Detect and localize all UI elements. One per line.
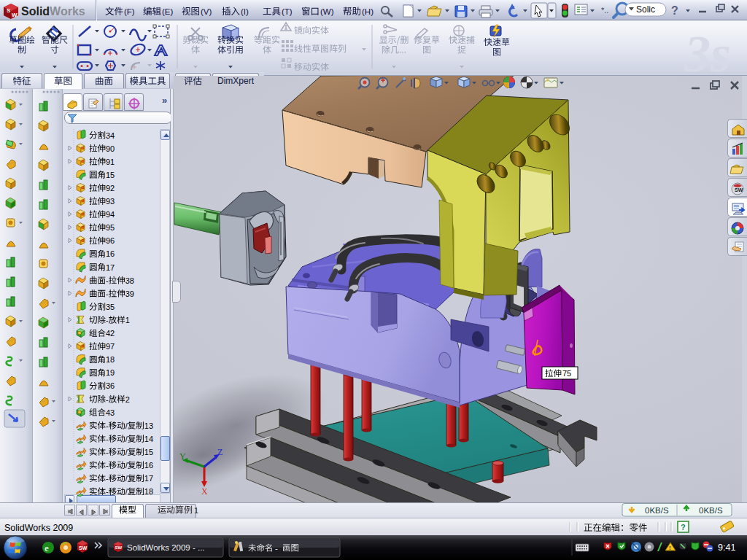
svg-text:/: /: [125, 421, 128, 430]
svg-text:18: 18: [144, 487, 153, 496]
svg-text:15: 15: [144, 448, 153, 456]
svg-text:39: 39: [125, 289, 134, 298]
svg-text:92: 92: [106, 184, 115, 192]
svg-text:1: 1: [125, 316, 130, 324]
svg-text:X: X: [201, 486, 208, 497]
svg-text:-: -: [275, 544, 278, 553]
svg-text:17: 17: [106, 263, 115, 272]
svg-text:!: !: [669, 545, 671, 551]
svg-text:38: 38: [125, 276, 134, 285]
svg-text:-: -: [106, 276, 109, 285]
svg-text:0KB/S: 0KB/S: [699, 506, 723, 515]
svg-text:-: -: [106, 487, 109, 496]
svg-text:3s: 3s: [684, 25, 731, 83]
svg-text:16: 16: [106, 249, 115, 258]
svg-text:/: /: [125, 474, 128, 483]
svg-text:SolidWorks 2009 - ...: SolidWorks 2009 - ...: [127, 543, 205, 552]
svg-text:-: -: [106, 421, 109, 430]
svg-text:Z: Z: [217, 447, 222, 457]
svg-text:0KB/S: 0KB/S: [645, 506, 669, 515]
svg-text:1: 1: [194, 506, 198, 515]
svg-text:97: 97: [106, 342, 115, 351]
svg-text:18: 18: [106, 355, 115, 364]
svg-text:9:41: 9:41: [718, 542, 735, 553]
svg-text:SW: SW: [115, 545, 123, 550]
svg-text:14: 14: [144, 435, 153, 443]
svg-text:Y: Y: [179, 451, 186, 462]
svg-text:/: /: [125, 461, 128, 470]
svg-text:?: ?: [671, 4, 678, 17]
svg-text:?: ?: [681, 523, 686, 532]
svg-text:SW: SW: [79, 545, 88, 551]
svg-text:42: 42: [106, 329, 115, 338]
svg-text:35: 35: [106, 303, 115, 311]
svg-text:Solic: Solic: [636, 4, 655, 15]
svg-text:75: 75: [562, 369, 571, 378]
svg-text:-: -: [106, 289, 109, 298]
svg-text:*..: *..: [601, 6, 608, 15]
svg-text:13: 13: [144, 421, 153, 430]
svg-text:43: 43: [106, 408, 115, 417]
svg-text:/: /: [125, 487, 128, 496]
svg-text:34: 34: [106, 131, 115, 140]
svg-text:SolidWorks 2009: SolidWorks 2009: [4, 523, 73, 533]
svg-text:-: -: [106, 461, 109, 470]
svg-text:90: 90: [106, 144, 115, 153]
svg-text:-: -: [106, 395, 109, 404]
svg-text:94: 94: [106, 210, 115, 219]
svg-text:SW: SW: [735, 187, 743, 192]
svg-text:19: 19: [106, 368, 115, 377]
svg-text:96: 96: [106, 236, 115, 245]
svg-text:95: 95: [106, 223, 115, 232]
svg-text:2: 2: [125, 395, 130, 404]
svg-text:93: 93: [106, 197, 115, 206]
svg-text:15: 15: [106, 171, 115, 179]
svg-text:16: 16: [144, 461, 153, 470]
svg-text:e: e: [44, 542, 49, 553]
svg-text:DimXpert: DimXpert: [217, 76, 255, 86]
svg-text:-: -: [106, 474, 109, 483]
svg-text:-: -: [106, 448, 109, 456]
svg-text:/: /: [125, 448, 128, 456]
svg-text:91: 91: [106, 158, 115, 166]
svg-text:36: 36: [106, 381, 115, 390]
svg-text:17: 17: [144, 474, 153, 483]
svg-text:/: /: [125, 435, 128, 443]
svg-text:-: -: [106, 435, 109, 443]
svg-text:-: -: [106, 316, 109, 324]
